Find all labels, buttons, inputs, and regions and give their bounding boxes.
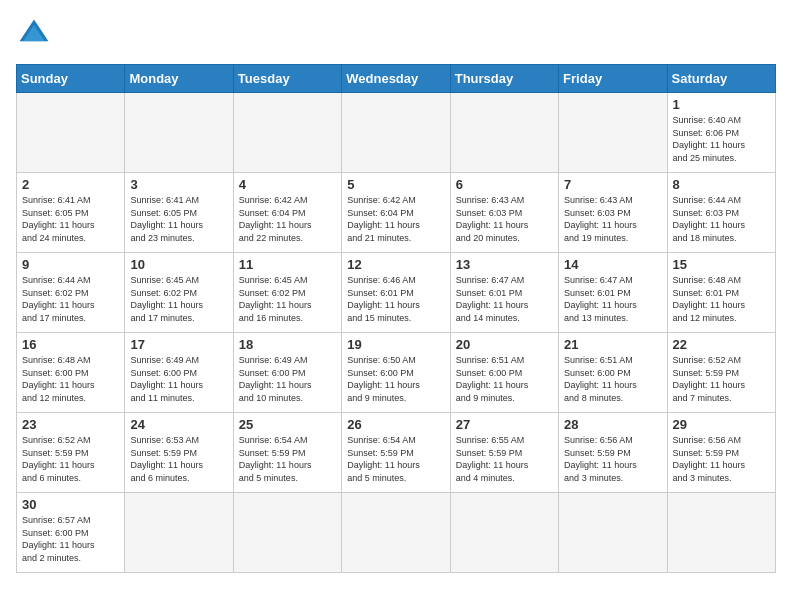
calendar-day: 8Sunrise: 6:44 AM Sunset: 6:03 PM Daylig… — [667, 173, 775, 253]
calendar-day: 7Sunrise: 6:43 AM Sunset: 6:03 PM Daylig… — [559, 173, 667, 253]
day-number: 17 — [130, 337, 227, 352]
day-info: Sunrise: 6:41 AM Sunset: 6:05 PM Dayligh… — [22, 194, 119, 244]
header-monday: Monday — [125, 65, 233, 93]
day-info: Sunrise: 6:45 AM Sunset: 6:02 PM Dayligh… — [239, 274, 336, 324]
day-number: 23 — [22, 417, 119, 432]
day-number: 21 — [564, 337, 661, 352]
day-info: Sunrise: 6:54 AM Sunset: 5:59 PM Dayligh… — [347, 434, 444, 484]
day-info: Sunrise: 6:50 AM Sunset: 6:00 PM Dayligh… — [347, 354, 444, 404]
calendar-week-row: 9Sunrise: 6:44 AM Sunset: 6:02 PM Daylig… — [17, 253, 776, 333]
day-info: Sunrise: 6:52 AM Sunset: 5:59 PM Dayligh… — [22, 434, 119, 484]
day-info: Sunrise: 6:44 AM Sunset: 6:02 PM Dayligh… — [22, 274, 119, 324]
day-info: Sunrise: 6:43 AM Sunset: 6:03 PM Dayligh… — [456, 194, 553, 244]
day-info: Sunrise: 6:49 AM Sunset: 6:00 PM Dayligh… — [130, 354, 227, 404]
day-info: Sunrise: 6:40 AM Sunset: 6:06 PM Dayligh… — [673, 114, 770, 164]
day-info: Sunrise: 6:48 AM Sunset: 6:00 PM Dayligh… — [22, 354, 119, 404]
calendar-day: 27Sunrise: 6:55 AM Sunset: 5:59 PM Dayli… — [450, 413, 558, 493]
day-number: 24 — [130, 417, 227, 432]
calendar-day: 24Sunrise: 6:53 AM Sunset: 5:59 PM Dayli… — [125, 413, 233, 493]
calendar-day: 1Sunrise: 6:40 AM Sunset: 6:06 PM Daylig… — [667, 93, 775, 173]
day-number: 9 — [22, 257, 119, 272]
calendar-day — [17, 93, 125, 173]
calendar-week-row: 1Sunrise: 6:40 AM Sunset: 6:06 PM Daylig… — [17, 93, 776, 173]
day-info: Sunrise: 6:43 AM Sunset: 6:03 PM Dayligh… — [564, 194, 661, 244]
calendar-day — [450, 93, 558, 173]
calendar-day: 26Sunrise: 6:54 AM Sunset: 5:59 PM Dayli… — [342, 413, 450, 493]
day-number: 18 — [239, 337, 336, 352]
calendar-day: 6Sunrise: 6:43 AM Sunset: 6:03 PM Daylig… — [450, 173, 558, 253]
calendar-day: 22Sunrise: 6:52 AM Sunset: 5:59 PM Dayli… — [667, 333, 775, 413]
header-thursday: Thursday — [450, 65, 558, 93]
calendar-day: 18Sunrise: 6:49 AM Sunset: 6:00 PM Dayli… — [233, 333, 341, 413]
page-header — [16, 16, 776, 52]
calendar-day: 21Sunrise: 6:51 AM Sunset: 6:00 PM Dayli… — [559, 333, 667, 413]
calendar-day: 30Sunrise: 6:57 AM Sunset: 6:00 PM Dayli… — [17, 493, 125, 573]
header-friday: Friday — [559, 65, 667, 93]
day-info: Sunrise: 6:56 AM Sunset: 5:59 PM Dayligh… — [673, 434, 770, 484]
calendar-day: 12Sunrise: 6:46 AM Sunset: 6:01 PM Dayli… — [342, 253, 450, 333]
calendar-week-row: 30Sunrise: 6:57 AM Sunset: 6:00 PM Dayli… — [17, 493, 776, 573]
calendar-header-row: SundayMondayTuesdayWednesdayThursdayFrid… — [17, 65, 776, 93]
day-number: 8 — [673, 177, 770, 192]
day-number: 14 — [564, 257, 661, 272]
calendar-day — [233, 93, 341, 173]
day-info: Sunrise: 6:55 AM Sunset: 5:59 PM Dayligh… — [456, 434, 553, 484]
day-number: 16 — [22, 337, 119, 352]
day-number: 11 — [239, 257, 336, 272]
day-number: 19 — [347, 337, 444, 352]
day-info: Sunrise: 6:44 AM Sunset: 6:03 PM Dayligh… — [673, 194, 770, 244]
day-info: Sunrise: 6:42 AM Sunset: 6:04 PM Dayligh… — [347, 194, 444, 244]
day-info: Sunrise: 6:47 AM Sunset: 6:01 PM Dayligh… — [564, 274, 661, 324]
day-number: 7 — [564, 177, 661, 192]
calendar-day — [559, 493, 667, 573]
header-saturday: Saturday — [667, 65, 775, 93]
day-number: 4 — [239, 177, 336, 192]
calendar-day — [667, 493, 775, 573]
day-number: 3 — [130, 177, 227, 192]
day-info: Sunrise: 6:56 AM Sunset: 5:59 PM Dayligh… — [564, 434, 661, 484]
calendar-day — [559, 93, 667, 173]
calendar-day: 28Sunrise: 6:56 AM Sunset: 5:59 PM Dayli… — [559, 413, 667, 493]
day-number: 5 — [347, 177, 444, 192]
day-number: 20 — [456, 337, 553, 352]
day-number: 1 — [673, 97, 770, 112]
calendar-week-row: 23Sunrise: 6:52 AM Sunset: 5:59 PM Dayli… — [17, 413, 776, 493]
calendar-day — [342, 93, 450, 173]
logo-icon — [16, 16, 52, 52]
day-number: 26 — [347, 417, 444, 432]
day-info: Sunrise: 6:48 AM Sunset: 6:01 PM Dayligh… — [673, 274, 770, 324]
day-number: 28 — [564, 417, 661, 432]
day-info: Sunrise: 6:45 AM Sunset: 6:02 PM Dayligh… — [130, 274, 227, 324]
logo — [16, 16, 58, 52]
calendar-day: 15Sunrise: 6:48 AM Sunset: 6:01 PM Dayli… — [667, 253, 775, 333]
calendar-day — [233, 493, 341, 573]
calendar-day — [342, 493, 450, 573]
calendar-week-row: 2Sunrise: 6:41 AM Sunset: 6:05 PM Daylig… — [17, 173, 776, 253]
calendar-day: 13Sunrise: 6:47 AM Sunset: 6:01 PM Dayli… — [450, 253, 558, 333]
day-info: Sunrise: 6:53 AM Sunset: 5:59 PM Dayligh… — [130, 434, 227, 484]
day-info: Sunrise: 6:47 AM Sunset: 6:01 PM Dayligh… — [456, 274, 553, 324]
day-info: Sunrise: 6:49 AM Sunset: 6:00 PM Dayligh… — [239, 354, 336, 404]
calendar-day: 20Sunrise: 6:51 AM Sunset: 6:00 PM Dayli… — [450, 333, 558, 413]
calendar-day — [450, 493, 558, 573]
day-number: 27 — [456, 417, 553, 432]
calendar-day: 19Sunrise: 6:50 AM Sunset: 6:00 PM Dayli… — [342, 333, 450, 413]
day-info: Sunrise: 6:54 AM Sunset: 5:59 PM Dayligh… — [239, 434, 336, 484]
calendar-day: 11Sunrise: 6:45 AM Sunset: 6:02 PM Dayli… — [233, 253, 341, 333]
calendar-day: 25Sunrise: 6:54 AM Sunset: 5:59 PM Dayli… — [233, 413, 341, 493]
day-number: 29 — [673, 417, 770, 432]
day-number: 13 — [456, 257, 553, 272]
calendar-day: 14Sunrise: 6:47 AM Sunset: 6:01 PM Dayli… — [559, 253, 667, 333]
header-tuesday: Tuesday — [233, 65, 341, 93]
day-number: 2 — [22, 177, 119, 192]
day-number: 12 — [347, 257, 444, 272]
day-info: Sunrise: 6:51 AM Sunset: 6:00 PM Dayligh… — [456, 354, 553, 404]
day-number: 6 — [456, 177, 553, 192]
day-info: Sunrise: 6:57 AM Sunset: 6:00 PM Dayligh… — [22, 514, 119, 564]
calendar-day: 29Sunrise: 6:56 AM Sunset: 5:59 PM Dayli… — [667, 413, 775, 493]
day-number: 15 — [673, 257, 770, 272]
day-info: Sunrise: 6:51 AM Sunset: 6:00 PM Dayligh… — [564, 354, 661, 404]
day-number: 30 — [22, 497, 119, 512]
calendar-day: 5Sunrise: 6:42 AM Sunset: 6:04 PM Daylig… — [342, 173, 450, 253]
calendar-day: 10Sunrise: 6:45 AM Sunset: 6:02 PM Dayli… — [125, 253, 233, 333]
